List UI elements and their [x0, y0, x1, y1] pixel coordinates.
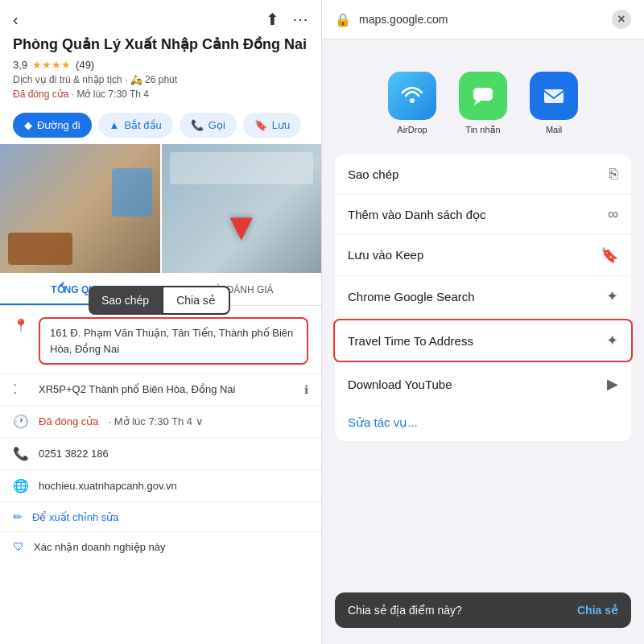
- website-text: hochieu.xuatnhapcanh.gov.vn: [39, 480, 308, 492]
- phone-icon: 📞: [13, 446, 29, 461]
- start-button[interactable]: ▲ Bắt đầu: [98, 113, 173, 138]
- svg-rect-1: [473, 88, 493, 101]
- bottom-toast: Chia sẻ địa điểm này? Chia sẻ: [335, 592, 631, 628]
- menu-item-0[interactable]: Sao chép⎘: [335, 155, 631, 195]
- info-icon[interactable]: ℹ: [304, 383, 308, 396]
- airdrop-label: AirDrop: [397, 125, 427, 134]
- svg-marker-2: [473, 101, 481, 105]
- directions-button[interactable]: ◆ Đường đi: [13, 113, 92, 138]
- close-button[interactable]: ×: [612, 10, 631, 29]
- tooltip-copy-button[interactable]: Sao chép: [89, 286, 162, 315]
- edit-text: Để xuất chỉnh sửa: [32, 511, 119, 523]
- edit-row[interactable]: ✏ Để xuất chỉnh sửa: [0, 502, 321, 531]
- closed-status: Đã đóng cửa: [13, 89, 68, 100]
- tooltip-overlay: Sao chép Chia sẻ: [89, 286, 230, 315]
- grid-icon: ⁚: [13, 382, 29, 397]
- red-arrow: ▼: [222, 204, 261, 249]
- menu-item-icon-0: ⎘: [609, 166, 618, 183]
- edit-actions-text: Sửa tác vụ...: [348, 415, 418, 430]
- action-buttons: ◆ Đường đi ▲ Bắt đầu 📞 Gọi 🔖 Lưu: [0, 106, 321, 144]
- menu-item-4[interactable]: Travel Time To Address✦: [333, 319, 633, 362]
- menu-item-icon-3: ✦: [606, 287, 618, 305]
- verify-row[interactable]: 🛡 Xác nhận doanh nghiệp này: [0, 531, 321, 561]
- menu-section: Sao chép⎘Thêm vào Danh sách đọc∞Lưu vào …: [335, 155, 631, 441]
- svg-point-0: [410, 98, 415, 103]
- menu-item-text-4: Travel Time To Address: [348, 334, 473, 348]
- rating-value: 3,9: [13, 59, 27, 71]
- share-icon[interactable]: ⬆: [266, 10, 279, 29]
- clock-icon: 🕐: [13, 414, 29, 429]
- menu-item-text-3: Chrome Google Search: [348, 290, 475, 303]
- closed-badge: Đã đóng cửa: [39, 415, 99, 427]
- left-panel: ‹ ⬆ ⋯ Phòng Quản Lý Xuất Nhập Cảnh Đồng …: [0, 0, 322, 644]
- menu-item-icon-2: 🔖: [601, 246, 618, 264]
- address-item: 📍 161 Đ. Phạm Văn Thuận, Tân Tiến, Thành…: [0, 309, 321, 373]
- stars: ★★★★: [32, 59, 71, 71]
- toast-action-button[interactable]: Chia sẻ: [577, 604, 618, 617]
- browser-url: maps.google.com: [359, 13, 604, 26]
- top-bar-right: ⬆ ⋯: [266, 10, 308, 29]
- right-panel: 🔒 maps.google.com × AirDrop: [322, 0, 644, 644]
- info-section: 📍 161 Đ. Phạm Văn Thuận, Tân Tiến, Thành…: [0, 306, 321, 564]
- airdrop-item[interactable]: AirDrop: [388, 72, 436, 135]
- shield-icon: 🛡: [13, 540, 24, 553]
- browser-lock-icon: 🔒: [335, 12, 351, 27]
- menu-item-text-5: Download YouTube: [348, 378, 452, 391]
- rating-row: 3,9 ★★★★ (49): [0, 57, 321, 72]
- menu-item-5[interactable]: Download YouTube▶: [335, 364, 631, 404]
- phone-text: 0251 3822 186: [39, 448, 308, 460]
- phone-row: 📞 0251 3822 186: [0, 437, 321, 469]
- open-time: · Mở lúc 7:30 Th 4: [72, 89, 149, 100]
- back-icon[interactable]: ‹: [13, 10, 19, 29]
- edit-actions-button[interactable]: Sửa tác vụ...: [335, 404, 631, 441]
- address-box: 161 Đ. Phạm Văn Thuận, Tân Tiến, Thành p…: [39, 317, 308, 365]
- airdrop-icon: [388, 72, 436, 120]
- plus-code-text: XR5P+Q2 Thành phố Biên Hòa, Đồng Nai: [39, 383, 295, 395]
- top-bar: ‹ ⬆ ⋯: [0, 0, 321, 35]
- browser-bar: 🔒 maps.google.com ×: [322, 0, 644, 39]
- app-icons-row: AirDrop Tin nhắn Mail: [322, 56, 644, 155]
- tooltip-share-button[interactable]: Chia sẻ: [162, 286, 230, 315]
- edit-icon: ✏: [13, 510, 23, 523]
- website-row: 🌐 hochieu.xuatnhapcanh.gov.vn: [0, 469, 321, 502]
- menu-item-text-0: Sao chép: [348, 167, 398, 181]
- menu-item-text-2: Lưu vào Keep: [348, 248, 423, 262]
- mail-icon: [530, 72, 578, 120]
- save-button[interactable]: 🔖 Lưu: [243, 113, 301, 138]
- location-icon: 📍: [13, 318, 29, 333]
- messages-icon: [459, 72, 507, 120]
- more-icon[interactable]: ⋯: [292, 10, 308, 29]
- call-button[interactable]: 📞 Gọi: [180, 113, 237, 138]
- place-image-right: ▼: [162, 144, 322, 273]
- menu-item-3[interactable]: Chrome Google Search✦: [335, 276, 631, 317]
- globe-icon: 🌐: [13, 478, 29, 493]
- menu-item-2[interactable]: Lưu vào Keep🔖: [335, 235, 631, 276]
- menu-item-text-1: Thêm vào Danh sách đọc: [348, 208, 486, 222]
- svg-rect-3: [544, 89, 564, 103]
- review-count: (49): [76, 59, 94, 71]
- place-image-left: [0, 144, 160, 273]
- menu-item-icon-4: ✦: [606, 332, 618, 349]
- verify-text: Xác nhận doanh nghiệp này: [34, 541, 165, 553]
- open-detail[interactable]: · Mở lúc 7:30 Th 4 ∨: [109, 415, 204, 427]
- menu-item-icon-1: ∞: [608, 206, 618, 223]
- hours-row: 🕐 Đã đóng cửa · Mở lúc 7:30 Th 4 ∨: [0, 405, 321, 437]
- toast-text: Chia sẻ địa điểm này?: [348, 604, 462, 617]
- mail-label: Mail: [546, 125, 562, 134]
- menu-item-1[interactable]: Thêm vào Danh sách đọc∞: [335, 195, 631, 235]
- messages-item[interactable]: Tin nhắn: [459, 72, 507, 135]
- plus-code-row: ⁚ XR5P+Q2 Thành phố Biên Hòa, Đồng Nai ℹ: [0, 373, 321, 405]
- service-info: Dịch vụ đi trú & nhập tịch · 🛵 26 phút: [0, 72, 321, 87]
- menu-item-icon-5: ▶: [607, 375, 618, 393]
- status-row: Đã đóng cửa · Mở lúc 7:30 Th 4: [0, 87, 321, 106]
- share-sheet: AirDrop Tin nhắn Mail: [322, 39, 644, 644]
- mail-item[interactable]: Mail: [530, 72, 578, 135]
- messages-label: Tin nhắn: [465, 125, 500, 135]
- place-images: ▼: [0, 144, 321, 273]
- place-name: Phòng Quản Lý Xuất Nhập Cảnh Đồng Nai: [0, 35, 321, 57]
